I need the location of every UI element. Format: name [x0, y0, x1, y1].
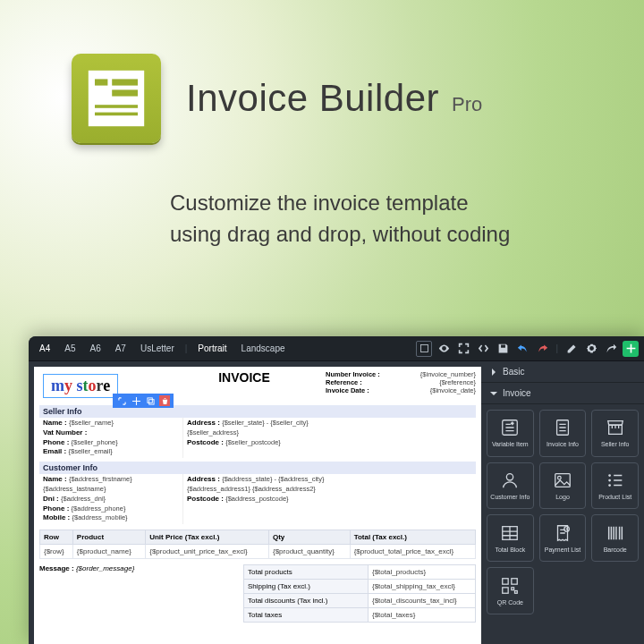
store-logo[interactable]: my store	[43, 374, 118, 398]
sidebar-item-var[interactable]: Variable Item	[487, 410, 534, 457]
element-toolbar	[113, 394, 174, 408]
move-icon[interactable]	[131, 395, 141, 406]
paper-usletter[interactable]: UsLetter	[135, 341, 180, 356]
svg-rect-4	[95, 105, 138, 108]
sidebar-item-label: Seller Info	[599, 441, 631, 448]
sidebar-item-label: Variable Item	[490, 441, 530, 448]
svg-rect-8	[148, 399, 153, 403]
invoice-title[interactable]: INVOICE	[168, 367, 320, 402]
sidebar-group-invoice[interactable]: Invoice	[481, 383, 644, 404]
redo-icon[interactable]	[534, 341, 550, 357]
app-title: Invoice Builder	[186, 77, 439, 120]
sidebar-item-label: Invoice Info	[545, 441, 580, 448]
products-table[interactable]: RowProductUnit Price (Tax excl.)QtyTotal…	[39, 530, 476, 559]
svg-point-14	[608, 474, 611, 477]
table-row: {$row}{$product_name}{$product_unit_pric…	[40, 545, 476, 559]
sidebar-item-label: Customer Info	[488, 494, 531, 501]
svg-point-15	[608, 479, 611, 482]
paper-a5[interactable]: A5	[59, 341, 80, 356]
sidebar-item-barcode[interactable]: Barcode	[591, 514, 639, 562]
delete-icon[interactable]	[159, 395, 170, 406]
orientation-portrait[interactable]: Portrait	[192, 341, 232, 356]
app-title-suffix: Pro	[452, 93, 482, 116]
message-block[interactable]: Message : {$order_message}	[39, 564, 238, 623]
sidebar-item-label: Barcode	[602, 547, 629, 554]
pencil-icon[interactable]	[564, 341, 580, 357]
orientation-landscape[interactable]: Landscape	[236, 341, 291, 356]
svg-rect-12	[555, 474, 571, 487]
svg-rect-1	[95, 79, 107, 85]
layers-icon[interactable]	[416, 341, 432, 357]
add-button[interactable]	[623, 341, 639, 357]
app-logo	[72, 54, 161, 143]
sidebar-item-table[interactable]: Total Block	[487, 514, 534, 562]
gear-icon[interactable]	[583, 341, 599, 357]
hero: Invoice Builder Pro Customize the invoic…	[0, 0, 644, 250]
code-icon[interactable]	[475, 341, 491, 357]
sidebar-item-label: Total Block	[493, 547, 527, 554]
sidebar-item-shop[interactable]: Seller Info	[591, 410, 639, 457]
svg-point-11	[507, 474, 513, 480]
sidebar-item-receipt[interactable]: Payment List	[539, 514, 587, 562]
paper-a6[interactable]: A6	[84, 341, 106, 356]
sidebar-item-label: Product List	[597, 494, 633, 501]
save-icon[interactable]	[495, 341, 511, 357]
svg-rect-23	[515, 590, 518, 593]
invoice-meta[interactable]: Number Invoice :{$invoice_number} Refere…	[320, 367, 481, 402]
svg-rect-21	[503, 587, 508, 592]
eye-icon[interactable]	[436, 341, 452, 357]
svg-rect-22	[512, 587, 514, 589]
svg-rect-20	[512, 578, 517, 583]
svg-rect-5	[95, 113, 138, 116]
share-icon[interactable]	[603, 341, 619, 357]
sidebar-item-label: Logo	[554, 494, 572, 501]
seller-info-block[interactable]: Seller Info Name : {$seller_name} Vat Nu…	[39, 405, 476, 458]
canvas[interactable]: my store INVOICE Number Invoice :{$invoi…	[34, 367, 481, 644]
paper-a4[interactable]: A4	[34, 341, 55, 356]
sidebar-item-doc[interactable]: Invoice Info	[539, 410, 587, 457]
sidebar-item-image[interactable]: Logo	[539, 462, 587, 510]
svg-point-16	[608, 484, 611, 487]
copy-icon[interactable]	[145, 395, 156, 406]
sidebar-group-basic[interactable]: Basic	[481, 361, 644, 383]
svg-rect-3	[112, 89, 138, 96]
svg-rect-2	[112, 79, 138, 85]
svg-rect-7	[147, 397, 151, 402]
svg-rect-0	[89, 71, 144, 126]
svg-rect-19	[503, 578, 508, 583]
undo-icon[interactable]	[514, 341, 530, 357]
sidebar-item-label: Payment List	[543, 547, 582, 554]
totals-block[interactable]: Total products{$total_products} Shipping…	[243, 564, 476, 623]
app-window: A4 A5 A6 A7 UsLetter | Portrait Landscap…	[29, 336, 644, 644]
customer-info-block[interactable]: Customer Info Name : {$address_firstname…	[39, 462, 476, 524]
toolbar: A4 A5 A6 A7 UsLetter | Portrait Landscap…	[29, 336, 644, 361]
svg-rect-6	[420, 344, 428, 352]
sidebar-item-qr[interactable]: QR Code	[487, 567, 534, 614]
svg-point-13	[558, 477, 562, 480]
sidebar-item-label: QR Code	[496, 599, 525, 606]
paper-a7[interactable]: A7	[110, 341, 131, 356]
sidebar: Basic Invoice Variable ItemInvoice InfoS…	[481, 361, 644, 644]
expand-icon[interactable]	[116, 395, 127, 406]
fullscreen-icon[interactable]	[455, 341, 471, 357]
sidebar-item-user[interactable]: Customer Info	[487, 462, 534, 510]
sidebar-item-list[interactable]: Product List	[591, 462, 639, 510]
subtitle: Customize the invoice template using dra…	[170, 188, 644, 250]
